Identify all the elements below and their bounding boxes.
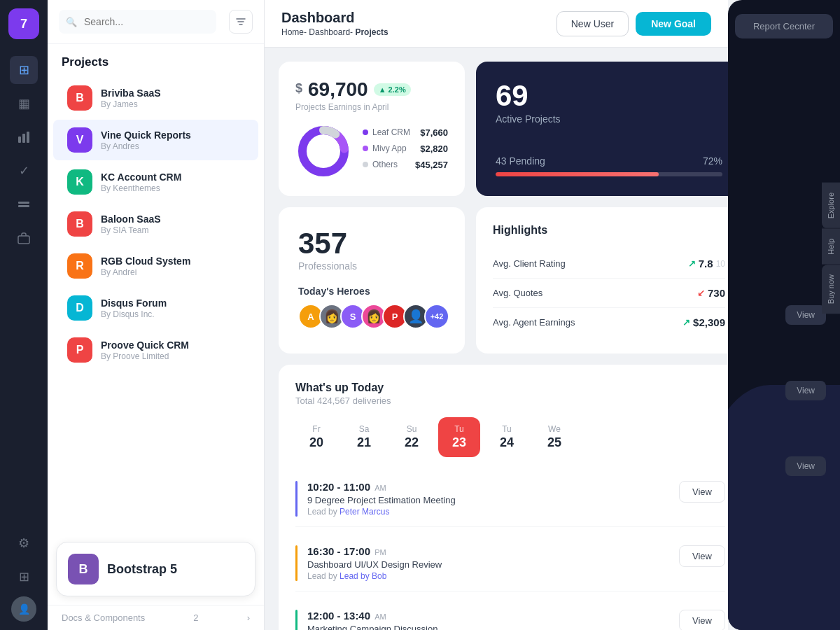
side-tab-buynow[interactable]: Buy now bbox=[822, 265, 840, 314]
cal-day-num-24: 24 bbox=[500, 435, 514, 450]
project-item-5[interactable]: D Disqus Forum By Disqus Inc. bbox=[53, 288, 258, 328]
view-btn-2[interactable]: View bbox=[785, 381, 826, 400]
project-name-5: Disqus Forum bbox=[101, 298, 244, 309]
project-item-6[interactable]: P Proove Quick CRM By Proove Limited bbox=[53, 330, 258, 370]
donut-chart bbox=[295, 123, 351, 179]
event-title-2: Dashboard UI/UX Design Review bbox=[307, 559, 442, 570]
bootstrap-card[interactable]: B Bootstrap 5 bbox=[56, 542, 255, 596]
svg-rect-3 bbox=[18, 202, 29, 204]
project-item-0[interactable]: B Briviba SaaS By James bbox=[53, 78, 258, 118]
project-name-2: KC Account CRM bbox=[101, 172, 244, 183]
side-tab-help[interactable]: Help bbox=[822, 228, 840, 265]
expand-icon[interactable]: › bbox=[247, 612, 250, 623]
cal-day-num-23: 23 bbox=[452, 435, 466, 450]
bootstrap-label: Bootstrap 5 bbox=[107, 562, 177, 577]
docs-row[interactable]: Docs & Components 2 › bbox=[48, 605, 264, 630]
earnings-number: 69,700 bbox=[308, 78, 368, 101]
project-logo-6: P bbox=[67, 337, 92, 363]
dashboard-body: 69 Active Projects 43 Pending 72% $ 69,7… bbox=[265, 48, 728, 630]
legend-dot-others bbox=[363, 162, 368, 167]
view-btn-1[interactable]: View bbox=[785, 305, 826, 325]
progress-bar-fill bbox=[496, 172, 659, 176]
header-left: Dashboard Home- Dashboard- Projects bbox=[281, 10, 388, 37]
event-lead-link-2[interactable]: Lead by Bob bbox=[340, 571, 386, 581]
nav-briefcase[interactable] bbox=[10, 224, 38, 252]
breadcrumb-current: Projects bbox=[355, 27, 388, 37]
project-item-2[interactable]: K KC Account CRM By Keenthemes bbox=[53, 162, 258, 202]
legend-dot-mivy bbox=[363, 146, 368, 151]
project-logo-0: B bbox=[67, 85, 92, 111]
docs-label: Docs & Components bbox=[62, 612, 145, 623]
user-avatar[interactable]: 👤 bbox=[11, 596, 36, 622]
event-view-btn-1[interactable]: View bbox=[679, 481, 725, 503]
project-item-1[interactable]: V Vine Quick Reports By Andres bbox=[53, 120, 258, 160]
legend-leaf-crm: Leaf CRM $7,660 bbox=[363, 127, 448, 138]
highlight-label-quotes: Avg. Quotes bbox=[493, 288, 542, 298]
highlights-title: Highlights bbox=[493, 224, 725, 237]
nav-layers[interactable] bbox=[10, 190, 38, 218]
nav-modules[interactable]: ⊞ bbox=[10, 563, 38, 591]
hero-avatar-more: +42 bbox=[424, 304, 449, 329]
cal-day-24[interactable]: Tu 24 bbox=[486, 417, 528, 457]
legend-others: Others $45,257 bbox=[363, 160, 448, 170]
top-header: Dashboard Home- Dashboard- Projects New … bbox=[265, 0, 728, 48]
event-title-3: Marketing Campaign Discussion bbox=[307, 624, 438, 630]
cal-day-name-23: Tu bbox=[454, 424, 464, 434]
view-buttons: View View View bbox=[785, 305, 826, 476]
project-name-4: RGB Cloud System bbox=[101, 255, 244, 267]
heroes-title: Today's Heroes bbox=[298, 286, 445, 297]
project-logo-3: B bbox=[67, 211, 92, 237]
nav-check[interactable]: ✓ bbox=[10, 157, 38, 185]
side-tab-explore[interactable]: Explore bbox=[822, 182, 840, 228]
professionals-label: Professionals bbox=[298, 260, 445, 272]
view-btn-3[interactable]: View bbox=[785, 456, 826, 476]
nav-chart[interactable] bbox=[10, 123, 38, 151]
nav-settings[interactable]: ⚙ bbox=[10, 529, 38, 557]
report-center-button[interactable]: Report Cecnter bbox=[735, 14, 833, 38]
event-view-btn-3[interactable]: View bbox=[679, 610, 725, 630]
projects-list: B Briviba SaaS By James V Vine Quick Rep… bbox=[48, 76, 264, 533]
new-user-button[interactable]: New User bbox=[556, 11, 629, 36]
search-input[interactable] bbox=[59, 10, 216, 34]
legend-val-mivy: $2,820 bbox=[420, 144, 448, 154]
avatars-row: A 👩 S 👩 P 👤 +42 bbox=[298, 304, 445, 329]
event-border-1 bbox=[295, 481, 298, 517]
cal-day-20[interactable]: Fr 20 bbox=[295, 417, 337, 457]
nav-grid[interactable]: ▦ bbox=[10, 90, 38, 118]
highlight-label-rating: Avg. Client Rating bbox=[493, 258, 566, 269]
cal-day-22[interactable]: Su 22 bbox=[391, 417, 433, 457]
event-ampm-3: AM bbox=[374, 612, 386, 621]
cal-day-21[interactable]: Sa 21 bbox=[343, 417, 385, 457]
project-info-1: Vine Quick Reports By Andres bbox=[101, 130, 244, 151]
cal-day-25[interactable]: We 25 bbox=[533, 417, 575, 457]
project-by-0: By James bbox=[101, 99, 244, 109]
event-item-3: 12:00 - 13:40 AM Marketing Campaign Disc… bbox=[295, 600, 725, 630]
cal-day-23[interactable]: Tu 23 bbox=[438, 417, 480, 457]
event-time-1: 10:20 - 11:00 AM bbox=[307, 481, 456, 493]
earnings-label: Projects Earnings in April bbox=[295, 102, 448, 112]
cal-day-name-21: Sa bbox=[359, 424, 370, 434]
new-goal-button[interactable]: New Goal bbox=[636, 12, 711, 36]
nav-dashboard[interactable]: ⊞ bbox=[10, 56, 38, 84]
project-item-4[interactable]: R RGB Cloud System By Andrei bbox=[53, 246, 258, 286]
project-item-3[interactable]: B Baloon SaaS By SIA Team bbox=[53, 204, 258, 244]
highlight-label-earnings: Avg. Agent Earnings bbox=[493, 317, 575, 328]
cal-day-num-21: 21 bbox=[357, 435, 371, 450]
legend-name-others: Others bbox=[372, 160, 398, 169]
event-item-2: 16:30 - 17:00 PM Dashboard UI/UX Design … bbox=[295, 536, 725, 592]
legend-name-mivy: Mivy App bbox=[372, 144, 407, 153]
main-content: Dashboard Home- Dashboard- Projects New … bbox=[265, 0, 728, 630]
donut-row: Leaf CRM $7,660 Mivy App $2,820 bbox=[295, 123, 448, 179]
filter-button[interactable] bbox=[229, 10, 253, 34]
user-badge[interactable]: 7 bbox=[8, 8, 39, 39]
progress-bar bbox=[496, 172, 722, 176]
project-info-3: Baloon SaaS By SIA Team bbox=[101, 214, 244, 235]
breadcrumb-home: Home- bbox=[281, 27, 309, 37]
panel-title: Projects bbox=[48, 44, 264, 76]
event-lead-link-1[interactable]: Peter Marcus bbox=[340, 507, 389, 517]
cal-day-num-25: 25 bbox=[547, 435, 561, 450]
event-view-btn-2[interactable]: View bbox=[679, 545, 725, 567]
event-lead-2: Lead by Lead by Bob bbox=[307, 571, 442, 581]
highlight-val-rating: ↗ 7.8 10 bbox=[688, 258, 725, 270]
legend-mivy-app: Mivy App $2,820 bbox=[363, 144, 448, 154]
